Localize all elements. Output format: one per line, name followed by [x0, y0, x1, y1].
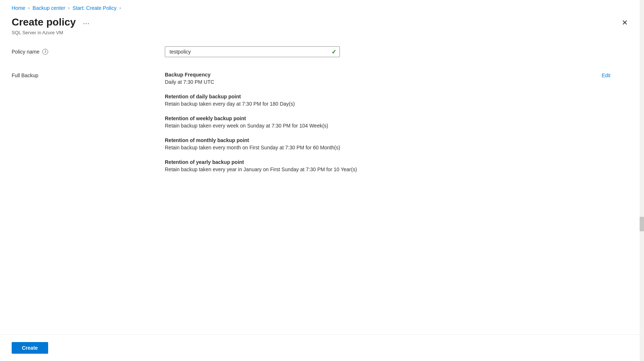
page-subtitle: SQL Server in Azure VM [12, 30, 76, 35]
more-options-button[interactable]: ··· [80, 17, 93, 30]
breadcrumb-sep-2: › [68, 5, 70, 11]
retention-monthly-block: Retention of monthly backup point Retain… [165, 137, 632, 150]
full-backup-section: Full Backup Backup Frequency Daily at 7:… [12, 72, 632, 181]
input-valid-icon: ✓ [331, 48, 336, 55]
main-content: Policy name i ✓ Full Backup Backup Frequ… [0, 43, 644, 334]
header-left: Create policy SQL Server in Azure VM ··· [12, 16, 93, 35]
page-header: Create policy SQL Server in Azure VM ···… [0, 15, 644, 43]
page-container: Home › Backup center › Start: Create Pol… [0, 0, 644, 361]
policy-name-input-wrapper: ✓ [165, 46, 340, 57]
retention-yearly-detail: Retain backup taken every year in Januar… [165, 166, 632, 172]
breadcrumb-sep-1: › [28, 5, 30, 11]
page-footer: Create [0, 334, 644, 361]
retention-weekly-title: Retention of weekly backup point [165, 115, 632, 121]
full-backup-content: Backup Frequency Daily at 7:30 PM UTC Re… [165, 72, 632, 181]
retention-daily-block: Retention of daily backup point Retain b… [165, 94, 632, 107]
scrollbar-thumb [640, 217, 644, 231]
retention-daily-detail: Retain backup taken every day at 7:30 PM… [165, 101, 632, 107]
close-button[interactable]: ✕ [617, 16, 632, 29]
retention-weekly-detail: Retain backup taken every week on Sunday… [165, 123, 632, 129]
backup-frequency-block: Backup Frequency Daily at 7:30 PM UTC [165, 72, 632, 85]
policy-name-info-icon[interactable]: i [42, 49, 48, 55]
retention-monthly-detail: Retain backup taken every month on First… [165, 145, 632, 150]
scrollbar-track [640, 0, 644, 361]
breadcrumb-current: Start: Create Policy [73, 5, 117, 11]
full-backup-label: Full Backup [12, 72, 165, 78]
page-title-block: Create policy SQL Server in Azure VM [12, 16, 76, 35]
backup-frequency-title: Backup Frequency [165, 72, 632, 78]
policy-name-label-text: Policy name [12, 49, 39, 55]
breadcrumb: Home › Backup center › Start: Create Pol… [0, 0, 644, 15]
retention-monthly-title: Retention of monthly backup point [165, 137, 632, 143]
retention-yearly-block: Retention of yearly backup point Retain … [165, 159, 632, 172]
backup-frequency-detail: Daily at 7:30 PM UTC [165, 79, 632, 85]
full-backup-edit-link[interactable]: Edit [602, 72, 610, 78]
retention-yearly-title: Retention of yearly backup point [165, 159, 632, 165]
breadcrumb-sep-3: › [119, 5, 121, 11]
create-button[interactable]: Create [12, 342, 48, 354]
breadcrumb-home[interactable]: Home [12, 5, 25, 11]
policy-name-label: Policy name i [12, 49, 165, 55]
policy-name-row: Policy name i ✓ [12, 46, 632, 57]
policy-name-input[interactable] [165, 46, 340, 57]
page-title: Create policy [12, 16, 76, 28]
retention-daily-title: Retention of daily backup point [165, 94, 632, 99]
breadcrumb-backup-center[interactable]: Backup center [32, 5, 65, 11]
retention-weekly-block: Retention of weekly backup point Retain … [165, 115, 632, 129]
